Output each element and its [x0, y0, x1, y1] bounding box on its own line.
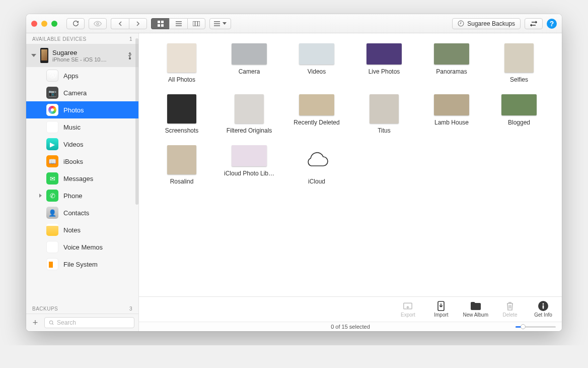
svg-rect-23	[543, 305, 544, 309]
album-thumbnail	[370, 94, 399, 124]
album-thumbnail	[366, 43, 402, 65]
zoom-window[interactable]	[51, 21, 57, 27]
album-live-photos[interactable]: Live Photos	[350, 43, 418, 83]
sidebar-item-label: Music	[63, 124, 81, 131]
delete-action[interactable]: Delete	[498, 301, 522, 318]
album-label: Screenshots	[165, 127, 199, 134]
svg-point-17	[49, 321, 52, 324]
album-panoramas[interactable]: Panoramas	[418, 43, 485, 83]
album-icloud[interactable]: iCloud	[283, 145, 350, 185]
phone-icon: ✆	[46, 190, 58, 202]
album-videos[interactable]: Videos	[283, 43, 350, 83]
album-label: Live Photos	[369, 68, 400, 75]
view-icon-button[interactable]	[151, 18, 169, 29]
album-thumbnail	[501, 94, 537, 115]
svg-rect-3	[158, 24, 160, 27]
section-label: BACKUPS	[32, 306, 58, 312]
sidebar-item-label: Messages	[63, 175, 93, 182]
apps-icon: Ⓐ	[46, 70, 58, 82]
sidebar-item-photos[interactable]: Photos	[26, 101, 138, 118]
backups-label: Sugaree Backups	[467, 20, 515, 27]
usb-icon	[126, 51, 133, 59]
preview-button[interactable]	[89, 18, 107, 29]
device-row[interactable]: Sugaree iPhone SE - iOS 10....	[26, 44, 138, 67]
search-input[interactable]: Search	[44, 317, 134, 328]
sidebar-item-contacts[interactable]: 👤Contacts	[26, 204, 138, 221]
trash-icon	[506, 301, 514, 311]
sidebar-item-notes[interactable]: Notes	[26, 221, 138, 238]
album-camera[interactable]: Camera	[215, 43, 283, 83]
import-action[interactable]: Import	[429, 301, 453, 318]
svg-rect-1	[158, 21, 160, 23]
album-thumbnail	[235, 94, 264, 124]
album-label: Selfies	[510, 76, 528, 83]
close-window[interactable]	[31, 21, 37, 27]
view-list-button[interactable]	[169, 18, 187, 29]
album-selfies[interactable]: Selfies	[485, 43, 553, 83]
refresh-button[interactable]	[66, 18, 85, 29]
nav-back-button[interactable]	[111, 18, 129, 29]
view-column-button[interactable]	[187, 18, 205, 29]
help-button[interactable]: ?	[547, 19, 557, 29]
minimize-window[interactable]	[41, 21, 47, 27]
get-info-action[interactable]: Get Info	[532, 301, 555, 318]
sidebar-item-label: Apps	[63, 72, 79, 80]
sidebar-item-file-system[interactable]: File System	[26, 256, 138, 273]
album-thumbnail	[232, 145, 267, 166]
album-thumbnail	[232, 43, 267, 65]
fs-icon	[46, 258, 58, 270]
album-blogged[interactable]: Blogged	[485, 94, 553, 134]
chevron-down-icon	[31, 54, 36, 57]
info-icon	[538, 301, 548, 311]
backups-button[interactable]: Sugaree Backups	[452, 18, 521, 29]
voice-icon: ∿	[46, 241, 58, 253]
transfer-button[interactable]	[525, 18, 543, 29]
section-count: 1	[129, 36, 132, 42]
album-titus[interactable]: Titus	[350, 94, 418, 134]
device-thumbnail	[40, 48, 48, 63]
sidebar-item-camera[interactable]: 📷Camera	[26, 84, 138, 101]
action-bar: Export Import New Album Delete Get Info	[139, 296, 562, 322]
sidebar-item-label: Photos	[63, 106, 84, 114]
album-label: Panoramas	[436, 68, 467, 75]
sidebar-item-label: Camera	[63, 89, 87, 97]
export-action[interactable]: Export	[396, 301, 419, 318]
import-icon	[437, 301, 445, 311]
main: All PhotosCameraVideosLive PhotosPanoram…	[139, 33, 562, 331]
sidebar-list: ⒶApps📷CameraPhotos♪Music▶Videos📖iBooks✉M…	[26, 67, 138, 303]
album-icloud-photo-library[interactable]: iCloud Photo Lib…	[215, 145, 283, 185]
sidebar-item-messages[interactable]: ✉Messages	[26, 170, 138, 187]
svg-line-18	[52, 323, 53, 324]
sidebar-item-ibooks[interactable]: 📖iBooks	[26, 153, 138, 170]
zoom-slider[interactable]	[516, 326, 556, 328]
album-label: iCloud Photo Lib…	[224, 170, 274, 177]
notes-icon	[46, 224, 58, 236]
album-label: Filtered Originals	[227, 127, 272, 134]
sidebar-item-apps[interactable]: ⒶApps	[26, 67, 138, 84]
nav-forward-button[interactable]	[129, 18, 147, 29]
album-thumbnail	[434, 94, 469, 115]
arrange-button[interactable]	[209, 18, 231, 29]
add-button[interactable]: +	[30, 318, 40, 328]
album-all-photos[interactable]: All Photos	[148, 43, 215, 83]
music-icon: ♪	[46, 121, 58, 133]
new-album-action[interactable]: New Album	[463, 301, 488, 318]
album-thumbnail	[167, 145, 196, 174]
album-recently-deleted[interactable]: Recently Deleted	[283, 94, 350, 134]
album-thumbnail	[299, 43, 334, 65]
sidebar-item-music[interactable]: ♪Music	[26, 118, 138, 136]
sidebar-item-label: File System	[63, 261, 98, 268]
album-lamb-house[interactable]: Lamb House	[418, 94, 485, 134]
album-rosalind[interactable]: Rosalind	[148, 145, 215, 185]
album-screenshots[interactable]: Screenshots	[148, 94, 215, 134]
device-subtitle: iPhone SE - iOS 10....	[52, 56, 122, 63]
sidebar-item-voice-memos[interactable]: ∿Voice Memos	[26, 238, 138, 256]
album-label: Blogged	[508, 119, 530, 126]
sidebar-item-phone[interactable]: ✆Phone	[26, 187, 138, 204]
chevron-right-icon	[39, 194, 42, 198]
sidebar: AVAILABLE DEVICES 1 Sugaree iPhone SE - …	[26, 33, 139, 331]
sidebar-item-videos[interactable]: ▶Videos	[26, 136, 138, 153]
album-filtered-originals[interactable]: Filtered Originals	[215, 94, 283, 134]
sidebar-item-label: Voice Memos	[63, 243, 103, 251]
svg-rect-2	[161, 21, 164, 23]
